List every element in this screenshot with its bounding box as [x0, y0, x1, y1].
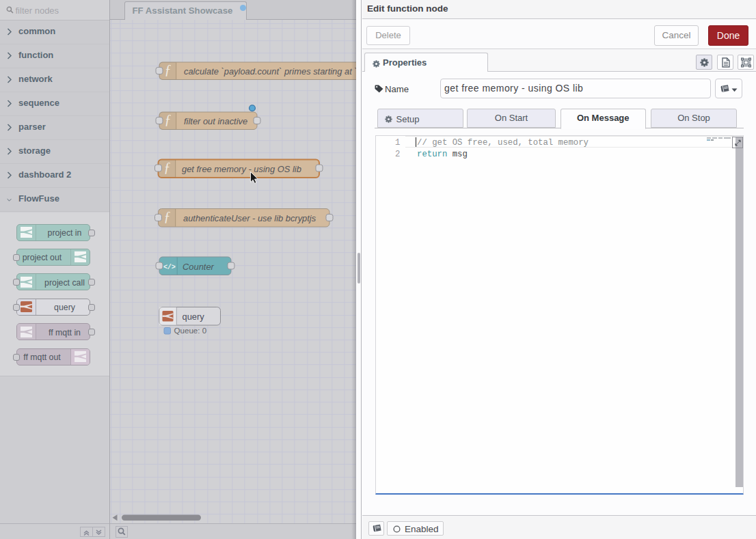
svg-text:ƒ: ƒ — [165, 112, 172, 127]
svg-text:ƒ: ƒ — [165, 62, 172, 77]
svg-text:query: query — [183, 312, 205, 322]
svg-text:authenticateUser - use lib bcr: authenticateUser - use lib bcryptjs — [183, 213, 316, 223]
svg-text:ƒ: ƒ — [164, 160, 171, 175]
svg-text:Counter: Counter — [183, 262, 215, 272]
svg-text:get free memory - using OS lib: get free memory - using OS lib — [182, 164, 301, 174]
svg-text:ƒ: ƒ — [164, 209, 171, 224]
svg-text:Queue: 0: Queue: 0 — [174, 326, 207, 335]
svg-text:filter out inactive: filter out inactive — [184, 116, 247, 126]
svg-text:</>: </> — [163, 264, 176, 271]
svg-text:calculate `payload.count` prim: calculate `payload.count` primes startin… — [184, 66, 356, 77]
